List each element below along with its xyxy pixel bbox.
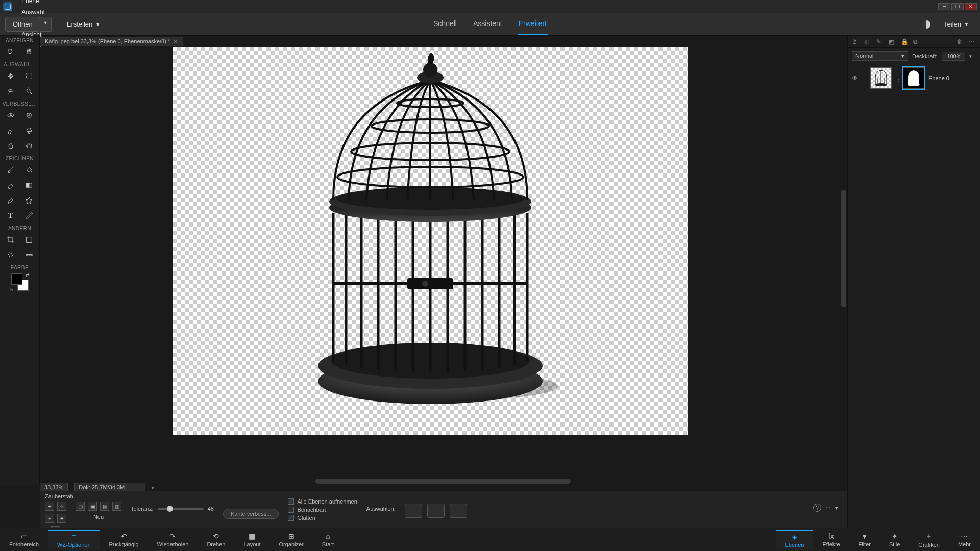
open-button[interactable]: Öffnen (5, 17, 40, 32)
blur-tool[interactable] (5, 140, 16, 152)
wand-variant-1[interactable]: ✦ (45, 502, 54, 511)
selection-subtract-icon[interactable]: ▤ (100, 502, 109, 511)
text-tool[interactable]: T (5, 210, 16, 221)
selection-new-icon[interactable]: ▢ (76, 502, 85, 511)
recompose-tool[interactable] (23, 234, 35, 245)
window-maximize-button[interactable]: ❐ (951, 3, 964, 10)
new-layer-icon[interactable]: 🗎 (852, 38, 859, 45)
content-aware-move-tool[interactable] (5, 249, 16, 261)
window-close-button[interactable]: ✕ (965, 3, 977, 10)
dock-label: Grafiken (918, 542, 940, 548)
swap-colors-icon[interactable]: ⇄ (26, 272, 30, 278)
menu-auswahl[interactable]: Auswahl (17, 7, 61, 18)
layer-row[interactable]: 👁 ⋮ Ebene 0 (848, 64, 980, 92)
dock-drehen[interactable]: ⟲Drehen (198, 530, 234, 550)
magic-wand-tool[interactable] (23, 86, 35, 97)
adjustment-layer-icon[interactable]: ◐ (864, 38, 871, 45)
shape-tool[interactable] (23, 195, 35, 206)
checkbox-contiguous[interactable] (288, 507, 294, 513)
link-layers-icon[interactable]: ⧉ (913, 38, 920, 45)
lock-layer-icon[interactable]: 🔒 (901, 38, 908, 45)
document-tab[interactable]: Käfig.jpeg bei 33,3% (Ebene 0, Ebenenmas… (40, 37, 183, 46)
dock-ebenen[interactable]: ◈Ebenen (776, 530, 814, 550)
eraser-tool[interactable] (5, 180, 16, 191)
zoom-tool[interactable] (5, 46, 16, 58)
horizontal-scrollbar[interactable] (315, 479, 571, 484)
wand-variant-2[interactable]: ✧ (57, 502, 66, 511)
options-menu-icon[interactable]: ⋯ (825, 505, 831, 511)
dock-filter[interactable]: ▼Filter (849, 530, 880, 550)
dock-effekte[interactable]: fxEffekte (813, 530, 849, 550)
foreground-color-swatch[interactable] (11, 273, 22, 285)
gradient-tool[interactable] (23, 180, 35, 191)
layer-thumbnail[interactable] (870, 67, 892, 89)
color-swatch[interactable]: ⇄ ◱ (11, 273, 29, 291)
create-button[interactable]: Erstellen ▼ (61, 17, 107, 31)
dock-fotobereich[interactable]: ▭Fotobereich (0, 530, 48, 550)
dock-wiederholen[interactable]: ↷Wiederholen (148, 530, 198, 550)
checkbox-antialias[interactable]: ✓ (288, 515, 294, 521)
document-canvas[interactable] (173, 47, 688, 435)
paint-bucket-tool[interactable] (23, 164, 35, 176)
dock-grafiken[interactable]: ＋Grafiken (909, 530, 949, 550)
dock-rückgängig[interactable]: ↶Rückgängig (100, 530, 148, 550)
layers-panel-menu-icon[interactable]: ⋯ (969, 38, 976, 45)
selection-intersect-icon[interactable]: ▥ (112, 502, 121, 511)
crop-tool[interactable] (5, 234, 16, 245)
status-menu-icon[interactable]: ▸ (152, 484, 155, 491)
mask-link-icon[interactable]: ⋮ (896, 77, 899, 80)
help-icon[interactable]: ? (813, 504, 821, 512)
select-background-button[interactable] (450, 504, 467, 518)
wand-variant-3[interactable]: ✶ (45, 514, 54, 523)
brush-tool[interactable] (5, 164, 16, 176)
select-subject-button[interactable] (405, 504, 422, 518)
layer-name-label[interactable]: Ebene 0 (928, 75, 949, 81)
redeye-tool[interactable] (5, 110, 16, 121)
clone-stamp-tool[interactable] (23, 125, 35, 136)
checkbox-all-layers[interactable]: ✓ (288, 498, 294, 505)
layer-visibility-icon[interactable]: 👁 (852, 74, 859, 82)
eyedropper-tool[interactable] (5, 195, 16, 206)
smart-brush-tool[interactable] (5, 125, 16, 136)
mode-tab-erweitert[interactable]: Erweitert (518, 13, 548, 35)
spot-heal-tool[interactable] (23, 110, 35, 121)
pencil-tool[interactable] (23, 210, 35, 221)
open-dropdown-button[interactable]: ▼ (40, 17, 52, 32)
move-tool[interactable]: ✥ (5, 70, 16, 82)
select-sky-button[interactable] (427, 504, 445, 518)
straighten-tool[interactable] (23, 249, 35, 261)
mode-tab-schnell[interactable]: Schnell (432, 13, 458, 35)
opacity-value-input[interactable]: 100% (942, 52, 965, 61)
vertical-scrollbar[interactable] (841, 190, 846, 307)
share-button[interactable]: Teilen ▼ (938, 17, 975, 31)
layer-mask-thumbnail[interactable] (903, 67, 924, 89)
hand-tool[interactable] (23, 46, 35, 58)
dock-stile[interactable]: ✦Stile (880, 530, 909, 550)
mode-tab-assistent[interactable]: Assistent (472, 13, 503, 35)
layer-style-icon[interactable]: ✎ (876, 38, 884, 45)
selection-add-icon[interactable]: ▣ (88, 502, 97, 511)
dock-layout[interactable]: ▦Layout (234, 530, 270, 550)
blend-mode-select[interactable]: Normal▾ (852, 51, 908, 61)
layer-mask-icon[interactable]: ◩ (889, 38, 896, 45)
default-colors-icon[interactable]: ◱ (10, 287, 15, 292)
dock-start[interactable]: ⌂Start (313, 530, 343, 550)
refine-edge-button[interactable]: Kante verbess... (223, 509, 279, 519)
dock-wz-optionen[interactable]: ≡WZ-Optionen (48, 530, 100, 550)
marquee-tool[interactable] (23, 70, 35, 82)
options-collapse-icon[interactable]: ▾ (835, 505, 838, 511)
dock-organizer[interactable]: ⊞Organizer (270, 530, 312, 550)
theme-toggle-icon[interactable] (922, 20, 930, 29)
sponge-tool[interactable] (23, 140, 35, 152)
opacity-dropdown-icon[interactable]: ▾ (969, 54, 972, 59)
wand-variant-4[interactable]: ✷ (57, 514, 66, 523)
layer-link-icon[interactable] (863, 77, 866, 80)
delete-layer-icon[interactable]: 🗑 (957, 38, 964, 45)
window-minimize-button[interactable]: ━ (938, 3, 950, 10)
dock-mehr[interactable]: ⋯Mehr (949, 530, 980, 550)
lasso-tool[interactable] (5, 86, 16, 97)
document-tab-close-icon[interactable]: ✕ (173, 38, 178, 45)
dock-label: Filter (859, 541, 871, 547)
menu-ebene[interactable]: Ebene (17, 0, 61, 7)
tolerance-slider[interactable] (158, 508, 204, 510)
